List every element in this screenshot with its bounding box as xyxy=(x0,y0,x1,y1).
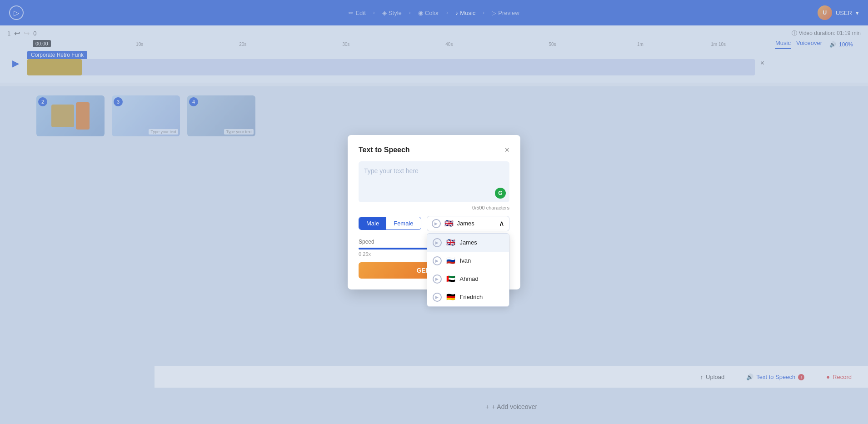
voice-list: ▶ 🇬🇧 James ▶ 🇷🇺 Ivan ▶ 🇦🇪 Ahmad xyxy=(427,233,509,307)
male-button[interactable]: Male xyxy=(359,217,386,229)
tts-modal: Text to Speech × Type your text here G 0… xyxy=(348,135,520,289)
slider-fill xyxy=(359,248,434,249)
voice-item-ivan[interactable]: ▶ 🇷🇺 Ivan xyxy=(427,252,509,270)
gender-selector: Male Female xyxy=(359,217,421,230)
text-placeholder: Type your text here xyxy=(364,167,419,175)
voice-item-james[interactable]: ▶ 🇬🇧 James xyxy=(427,234,509,252)
play-voice-preview[interactable]: ▶ xyxy=(432,219,441,228)
speed-min: 0.25x xyxy=(359,251,371,257)
voice-dropdown-button[interactable]: ▶ 🇬🇧 James ∧ xyxy=(427,216,509,231)
char-count: 0/500 characters xyxy=(359,205,509,210)
selected-voice-name: James xyxy=(457,220,474,227)
gender-voice-row: Male Female ▶ 🇬🇧 James ∧ ▶ 🇬🇧 xyxy=(359,216,509,231)
chevron-up-icon: ∧ xyxy=(499,219,504,228)
voice-label-james: James xyxy=(460,239,477,246)
modal-title: Text to Speech xyxy=(359,146,410,154)
text-input-area[interactable]: Type your text here G xyxy=(359,161,509,202)
play-ahmad-icon[interactable]: ▶ xyxy=(433,274,442,284)
modal-close-button[interactable]: × xyxy=(504,146,509,154)
voice-label-friedrich: Friedrich xyxy=(460,294,483,300)
voice-label-ahmad: Ahmad xyxy=(460,275,479,282)
play-james-icon[interactable]: ▶ xyxy=(433,238,442,247)
modal-header: Text to Speech × xyxy=(359,146,509,154)
voice-dropdown-wrap: ▶ 🇬🇧 James ∧ ▶ 🇬🇧 James ▶ 🇷🇺 xyxy=(427,216,509,231)
play-friedrich-icon[interactable]: ▶ xyxy=(433,293,442,302)
selected-flag: 🇬🇧 xyxy=(444,219,454,228)
grammarly-icon: G xyxy=(495,188,506,199)
voice-item-friedrich[interactable]: ▶ 🇩🇪 Friedrich xyxy=(427,288,509,306)
voice-label-ivan: Ivan xyxy=(460,257,471,264)
play-ivan-icon[interactable]: ▶ xyxy=(433,256,442,265)
modal-overlay: Text to Speech × Type your text here G 0… xyxy=(0,0,868,424)
speed-label: Speed xyxy=(359,239,374,245)
voice-item-ahmad[interactable]: ▶ 🇦🇪 Ahmad xyxy=(427,270,509,288)
female-button[interactable]: Female xyxy=(386,217,420,229)
